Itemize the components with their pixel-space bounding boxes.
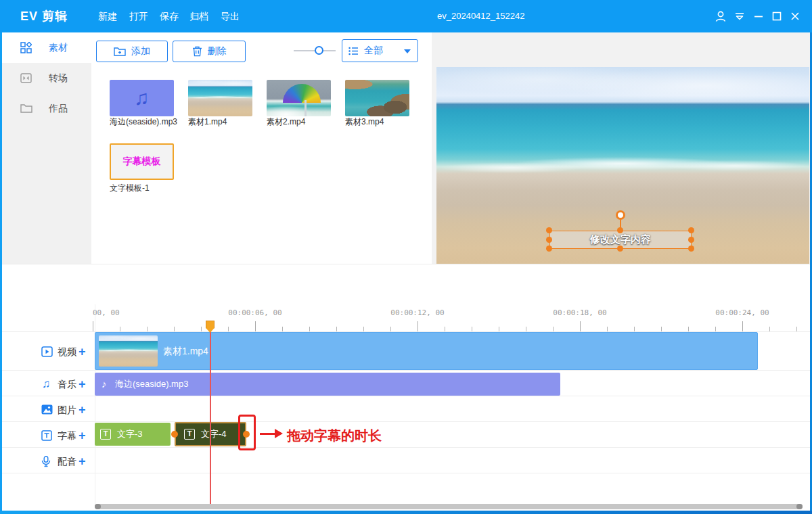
app-window: EV 剪辑 新建 打开 保存 归档 导出 ev_20240412_152242 — [0, 0, 812, 514]
clip-music[interactable]: ♪ 海边(seaside).mp3 — [95, 373, 560, 396]
timeline-panel: 00, 00 00:00:06, 00 00:00:12, 00 00:00:1… — [0, 304, 812, 514]
window-border-bottom — [0, 511, 812, 514]
minimize-button[interactable] — [751, 9, 766, 23]
subtitle-track-icon — [41, 430, 52, 441]
ruler-ticks[interactable] — [0, 321, 812, 331]
resize-handle-top-left[interactable] — [546, 227, 552, 233]
material-label: 海边(seaside).mp3 — [110, 116, 177, 128]
material-template-tile[interactable]: 字幕模板 — [110, 143, 174, 180]
video-canvas[interactable]: 修改文字内容 — [436, 67, 809, 273]
menu-export[interactable]: 导出 — [221, 0, 240, 32]
add-video-button[interactable]: + — [78, 345, 86, 359]
track-label: 视频 — [58, 346, 76, 358]
sidebar-item-label: 作品 — [49, 93, 68, 124]
material-video3-tile[interactable] — [345, 80, 409, 116]
menu-new[interactable]: 新建 — [98, 0, 117, 32]
text-clip-icon: T — [184, 429, 195, 440]
trash-icon — [192, 46, 202, 57]
menu-open[interactable]: 打开 — [129, 0, 148, 32]
voiceover-track-icon — [41, 456, 51, 467]
material-video1-tile[interactable] — [188, 80, 252, 116]
delete-material-label: 删除 — [208, 45, 227, 57]
delete-material-button[interactable]: 删除 — [173, 41, 246, 62]
menu-archive[interactable]: 归档 — [189, 0, 208, 32]
resize-handle-bottom-center[interactable] — [617, 246, 623, 252]
left-sidebar: 素材 转场 作品 — [0, 32, 91, 264]
clip-trim-handle-left[interactable] — [171, 431, 178, 438]
clip-thumbnail — [99, 335, 158, 367]
clip-text-3[interactable]: T 文字-3 — [95, 423, 171, 446]
music-note-icon: ♪ — [102, 373, 107, 396]
playhead-line[interactable] — [210, 331, 211, 505]
scrollbar-left-cap — [95, 504, 101, 509]
clip-video[interactable]: 素材1.mp4 — [95, 332, 758, 370]
sidebar-item-label: 素材 — [49, 32, 68, 63]
track-label: 图片 — [58, 404, 76, 417]
folder-icon — [20, 103, 32, 114]
template-tile-text: 字幕模板 — [123, 156, 161, 168]
grid-icon — [20, 42, 32, 53]
add-material-label: 添加 — [131, 45, 150, 57]
add-subtitle-button[interactable]: + — [78, 429, 86, 443]
add-voiceover-button[interactable]: + — [78, 454, 86, 469]
clip-name: 文字-4 — [201, 428, 227, 440]
sidebar-item-label: 转场 — [49, 63, 68, 93]
resize-handle-mid-right[interactable] — [688, 237, 694, 243]
ruler-label: 00:00:12, 00 — [390, 308, 444, 317]
ruler-label: 00:00:18, 00 — [553, 308, 606, 317]
edit-toolbar: 自动对齐 ↶ ↷ 分割 配音 编辑 字幕 — [0, 264, 812, 304]
clip-name: 海边(seaside).mp3 — [115, 373, 188, 396]
resize-handle-top-right[interactable] — [688, 227, 694, 233]
annotation-highlight-rect — [238, 415, 256, 450]
annotation-text: 拖动字幕的时长 — [287, 427, 382, 445]
ruler-label: 00:00:24, 00 — [715, 308, 769, 317]
material-label: 文字模板-1 — [110, 183, 150, 194]
material-video2-tile[interactable] — [267, 80, 331, 116]
project-title: ev_20240412_152242 — [437, 0, 524, 32]
upper-panel: 素材 转场 作品 添加 — [0, 32, 812, 264]
resize-handle-bottom-right[interactable] — [688, 246, 694, 252]
overlay-text: 修改文字内容 — [590, 233, 651, 246]
material-label: 素材3.mp4 — [345, 116, 384, 128]
dropdown-menu-icon[interactable] — [732, 9, 747, 23]
horizontal-scrollbar[interactable] — [95, 504, 803, 509]
add-music-button[interactable]: + — [78, 377, 86, 392]
chevron-down-icon — [404, 49, 411, 53]
resize-handle-bottom-left[interactable] — [546, 246, 552, 252]
transition-icon — [20, 72, 32, 84]
title-bar: EV 剪辑 新建 打开 保存 归档 导出 ev_20240412_152242 — [0, 0, 812, 32]
close-button[interactable] — [788, 9, 803, 23]
window-border-left — [0, 32, 2, 514]
add-material-button[interactable]: 添加 — [96, 41, 168, 62]
filter-dropdown[interactable]: 全部 — [342, 39, 418, 62]
music-note-icon: ♫ — [134, 88, 150, 108]
annotation-arrow — [260, 433, 276, 435]
material-audio-tile[interactable]: ♫ — [110, 80, 174, 116]
music-track-icon: ♫ — [42, 377, 51, 391]
sidebar-item-works[interactable]: 作品 — [0, 93, 91, 124]
material-label: 素材2.mp4 — [267, 116, 305, 128]
sidebar-item-transitions[interactable]: 转场 — [0, 63, 91, 93]
thumbnail-size-slider-knob[interactable] — [315, 46, 323, 55]
add-picture-button[interactable]: + — [78, 403, 86, 417]
track-label: 配音 — [58, 456, 76, 468]
menu-save[interactable]: 保存 — [160, 0, 179, 32]
umbrella-pole — [304, 100, 307, 116]
user-icon[interactable] — [713, 9, 728, 23]
resize-handle-top-center[interactable] — [617, 227, 623, 233]
ruler-label: 00, 00 — [93, 308, 120, 317]
filter-value: 全部 — [364, 45, 383, 57]
sidebar-item-materials[interactable]: 素材 — [0, 32, 91, 63]
clip-name: 文字-3 — [117, 428, 143, 440]
video-track-icon — [41, 346, 53, 357]
track-label: 字幕 — [58, 430, 76, 442]
app-logo: EV 剪辑 — [20, 0, 68, 32]
maximize-button[interactable] — [769, 9, 784, 23]
resize-handle-mid-left[interactable] — [546, 237, 552, 243]
annotation-arrow-head — [275, 429, 283, 438]
material-label: 素材1.mp4 — [188, 116, 227, 128]
list-icon — [348, 47, 359, 55]
track-label: 音乐 — [58, 379, 76, 391]
rotation-handle[interactable] — [616, 210, 625, 220]
preview-panel: 修改文字内容 00:00:04/00:00:24 — [436, 67, 809, 296]
